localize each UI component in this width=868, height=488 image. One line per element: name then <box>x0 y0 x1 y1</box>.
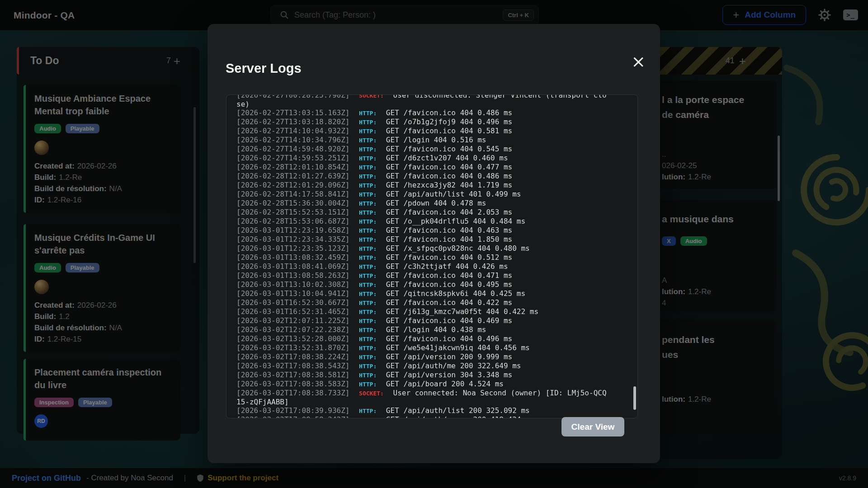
log-line: [2026-03-02T17:08:39.936Z] HTTP: GET /ap… <box>236 406 610 415</box>
log-timestamp: [2026-03-02T17:08:38.733Z] <box>236 389 354 397</box>
log-message: GET /favicon.ico 404 0.463 ms <box>382 226 512 235</box>
log-line: [2026-03-02T13:52:28.000Z] HTTP: GET /fa… <box>236 334 610 343</box>
server-logs-modal: Server Logs × [2026-02-27T00:28:25.790Z]… <box>208 24 660 463</box>
log-message: GET /api/auth/list 401 0.499 ms <box>382 190 521 198</box>
log-level: HTTP: <box>354 307 382 317</box>
log-level: HTTP: <box>354 154 382 163</box>
log-scrollbar[interactable] <box>633 386 636 410</box>
log-message: GET /favicon.ico 404 0.486 ms <box>382 172 512 180</box>
log-timestamp: [2026-02-27T13:03:18.820Z] <box>236 117 354 126</box>
log-line: [2026-02-28T14:17:58.841Z] HTTP: GET /ap… <box>236 190 610 199</box>
log-message: GET /favicon.ico 404 0.495 ms <box>382 280 512 289</box>
log-scroll-area[interactable]: [2026-02-27T00:28:25.790Z] SOCKET: User … <box>226 95 637 418</box>
log-line: [2026-03-01T16:52:30.667Z] HTTP: GET /fa… <box>236 298 610 307</box>
log-line: [2026-02-27T14:59:53.251Z] HTTP: GET /d6… <box>236 154 610 163</box>
log-timestamp: [2026-03-02T17:09:58.242Z] <box>236 415 354 418</box>
log-timestamp: [2026-03-02T17:08:38.543Z] <box>236 361 354 370</box>
log-level: HTTP: <box>354 181 382 190</box>
log-timestamp: [2026-03-01T16:52:31.465Z] <box>236 307 354 316</box>
log-level: HTTP: <box>354 298 382 308</box>
log-timestamp: [2026-03-01T12:23:19.658Z] <box>236 226 354 235</box>
log-line: [2026-03-02T17:08:38.224Z] HTTP: GET /ap… <box>236 352 610 361</box>
log-line: [2026-03-01T13:08:32.459Z] HTTP: GET /fa… <box>236 253 610 262</box>
log-level: HTTP: <box>354 235 382 244</box>
log-viewer: [2026-02-27T00:28:25.790Z] SOCKET: User … <box>226 94 638 418</box>
log-message: GET /favicon.ico 404 0.512 ms <box>382 253 512 262</box>
log-message: GET /api/version 304 3.348 ms <box>382 371 512 379</box>
log-line: [2026-03-01T12:23:34.335Z] HTTP: GET /fa… <box>236 235 610 244</box>
log-level: HTTP: <box>354 371 382 380</box>
log-line: [2026-03-01T12:23:35.123Z] HTTP: GET /x_… <box>236 244 610 253</box>
log-message: GET /x_sfpqc0pv828nc 404 0.480 ms <box>382 244 530 253</box>
log-line: [2026-02-28T15:53:06.687Z] HTTP: GET /o_… <box>236 217 610 226</box>
log-message: GET /we5e41jakcwn9iq 404 0.456 ms <box>382 343 530 352</box>
log-level: HTTP: <box>354 289 382 299</box>
log-timestamp: [2026-03-02T12:07:22.238Z] <box>236 325 354 334</box>
log-line: [2026-02-28T12:01:27.639Z] HTTP: GET /fa… <box>236 172 610 181</box>
log-line: [2026-03-01T13:10:04.941Z] HTTP: GET /qi… <box>236 289 610 298</box>
log-level: HTTP: <box>354 190 382 199</box>
log-line: [2026-02-27T00:28:25.790Z] SOCKET: User … <box>236 95 610 108</box>
log-line: [2026-02-27T14:10:34.796Z] HTTP: GET /lo… <box>236 136 610 145</box>
log-level: HTTP: <box>354 117 382 127</box>
log-level: HTTP: <box>354 172 382 181</box>
log-line: [2026-03-02T12:07:22.238Z] HTTP: GET /lo… <box>236 325 610 334</box>
log-line: [2026-03-01T13:08:41.069Z] HTTP: GET /c3… <box>236 262 610 271</box>
log-level: HTTP: <box>354 352 382 362</box>
log-message: GET /favicon.ico 404 0.496 ms <box>382 334 512 343</box>
log-level: HTTP: <box>354 415 382 418</box>
log-level: HTTP: <box>354 217 382 226</box>
log-level: HTTP: <box>354 108 382 118</box>
log-level: HTTP: <box>354 145 382 154</box>
log-timestamp: [2026-02-28T15:53:06.687Z] <box>236 217 354 225</box>
log-line: [2026-02-27T13:03:18.820Z] HTTP: GET /o7… <box>236 117 610 127</box>
log-line: [2026-03-01T12:23:19.658Z] HTTP: GET /fa… <box>236 226 610 235</box>
log-level: HTTP: <box>354 334 382 344</box>
log-line: [2026-02-27T14:10:04.932Z] HTTP: GET /fa… <box>236 127 610 136</box>
log-timestamp: [2026-02-27T14:59:48.920Z] <box>236 145 354 153</box>
log-level: HTTP: <box>354 163 382 172</box>
log-timestamp: [2026-02-28T14:17:58.841Z] <box>236 190 354 198</box>
log-timestamp: [2026-03-01T13:08:58.263Z] <box>236 271 354 280</box>
log-timestamp: [2026-02-28T15:52:53.151Z] <box>236 208 354 216</box>
log-message: GET /qitncsk8spkv6i 404 0.425 ms <box>382 289 525 298</box>
log-timestamp: [2026-03-01T13:10:02.308Z] <box>236 280 354 289</box>
log-line: [2026-03-02T13:52:31.870Z] HTTP: GET /we… <box>236 343 610 352</box>
log-line: [2026-03-01T16:52:31.465Z] HTTP: GET /j6… <box>236 307 610 316</box>
log-message: GET /o__pk04drlflu5 404 0.484 ms <box>382 217 525 225</box>
log-message: GET /favicon.ico 404 0.469 ms <box>382 316 512 325</box>
log-level: SOCKET: <box>354 95 389 100</box>
log-line: [2026-03-01T13:08:58.263Z] HTTP: GET /fa… <box>236 271 610 280</box>
log-line: [2026-02-28T12:01:10.854Z] HTTP: GET /fa… <box>236 163 610 172</box>
log-line: [2026-03-02T17:08:38.733Z] SOCKET: User … <box>236 389 610 406</box>
log-message: GET /api/auth/list 200 325.092 ms <box>382 406 530 415</box>
log-timestamp: [2026-02-28T15:36:30.004Z] <box>236 199 354 207</box>
log-line: [2026-02-27T13:03:15.163Z] HTTP: GET /fa… <box>236 108 610 117</box>
log-timestamp: [2026-02-27T13:03:15.163Z] <box>236 108 354 117</box>
log-level: HTTP: <box>354 406 382 416</box>
log-message: GET /o7b1g2jfoj9 404 0.496 ms <box>382 117 512 126</box>
log-timestamp: [2026-03-02T17:08:38.583Z] <box>236 380 354 388</box>
clear-view-button[interactable]: Clear View <box>561 417 624 436</box>
log-timestamp: [2026-02-28T12:01:27.639Z] <box>236 172 354 180</box>
log-level: HTTP: <box>354 136 382 145</box>
log-message: GET /login 404 0.516 ms <box>382 136 486 144</box>
log-line: [2026-03-01T13:10:02.308Z] HTTP: GET /fa… <box>236 280 610 289</box>
log-level: HTTP: <box>354 208 382 217</box>
close-icon[interactable]: × <box>631 53 646 70</box>
log-timestamp: [2026-03-02T17:08:38.224Z] <box>236 352 354 361</box>
log-level: HTTP: <box>354 244 382 253</box>
log-level: HTTP: <box>354 380 382 389</box>
log-timestamp: [2026-03-01T12:23:34.335Z] <box>236 235 354 244</box>
log-timestamp: [2026-03-01T13:08:41.069Z] <box>236 262 354 271</box>
log-level: HTTP: <box>354 253 382 263</box>
log-level: HTTP: <box>354 316 382 326</box>
log-timestamp: [2026-02-27T14:59:53.251Z] <box>236 154 354 162</box>
log-timestamp: [2026-03-01T13:08:32.459Z] <box>236 253 354 262</box>
log-level: HTTP: <box>354 361 382 371</box>
log-message: GET /api/board 200 4.524 ms <box>382 380 504 388</box>
log-line: [2026-03-02T17:09:58.242Z] HTTP: GET /ap… <box>236 415 610 418</box>
log-level: HTTP: <box>354 271 382 281</box>
log-line: [2026-03-02T12:07:11.225Z] HTTP: GET /fa… <box>236 316 610 325</box>
log-timestamp: [2026-02-27T00:28:25.790Z] <box>236 95 354 99</box>
